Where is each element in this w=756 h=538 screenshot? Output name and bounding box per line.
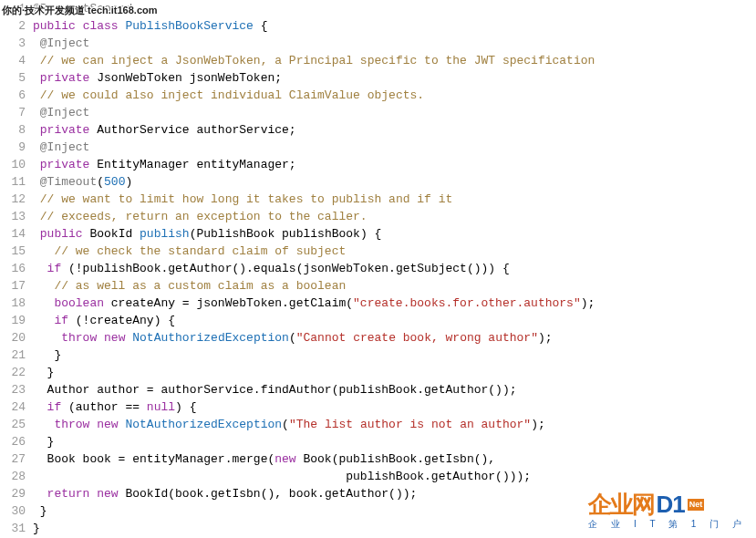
line-number: 11 — [0, 173, 33, 191]
line-content: @Inject — [33, 104, 756, 121]
line-number: 23 — [0, 381, 33, 398]
line-content: private JsonWebToken jsonWebToken; — [33, 69, 756, 87]
line-number: 24 — [0, 398, 33, 416]
line-number: 3 — [0, 35, 33, 52]
line-number: 12 — [0, 191, 33, 208]
line-number: 30 — [0, 502, 33, 520]
code-line: 22 } — [0, 364, 756, 381]
code-line: 12 // we want to limit how long it takes… — [0, 191, 756, 208]
line-content: public class PublishBookService { — [33, 17, 756, 35]
line-content: } — [33, 433, 756, 450]
line-content: private AuthorService authorService; — [33, 121, 756, 139]
code-line: 6 // we could also inject individual Cla… — [0, 87, 756, 104]
line-number: 4 — [0, 52, 33, 69]
line-content: private EntityManager entityManager; — [33, 156, 756, 173]
line-number: 13 — [0, 208, 33, 225]
line-number: 14 — [0, 225, 33, 243]
line-number: 28 — [0, 468, 33, 485]
code-line: 9 @Inject — [0, 139, 756, 156]
code-line: 16 if (!publishBook.getAuthor().equals(j… — [0, 260, 756, 277]
logo-net: Net — [688, 499, 705, 511]
code-line: 28 publishBook.getAuthor())); — [0, 468, 756, 485]
line-content: @Inject — [33, 35, 756, 52]
line-content: // we can inject a JsonWebToken, a Princ… — [33, 52, 756, 69]
line-content: Author author = authorService.findAuthor… — [33, 381, 756, 398]
logo-cn-text: 企业网 — [588, 496, 654, 513]
line-number: 27 — [0, 450, 33, 468]
line-content: @Inject — [33, 139, 756, 156]
line-content: // we could also inject individual Claim… — [33, 87, 756, 104]
line-content: publishBook.getAuthor())); — [33, 468, 756, 485]
line-number: 1 — [0, 0, 33, 17]
line-content: if (!createAny) { — [33, 312, 756, 329]
line-number: 6 — [0, 87, 33, 104]
line-number: 26 — [0, 433, 33, 450]
code-line: 13 // exceeds, return an exception to th… — [0, 208, 756, 225]
line-number: 9 — [0, 139, 33, 156]
line-number: 8 — [0, 121, 33, 139]
line-number: 15 — [0, 243, 33, 260]
line-content: // we check the standard claim of subjec… — [33, 243, 756, 260]
code-line: 18 boolean createAny = jsonWebToken.getC… — [0, 295, 756, 312]
code-line: 23 Author author = authorService.findAut… — [0, 381, 756, 398]
logo-subtitle: 企 业 I T 第 1 门 户 — [588, 515, 747, 533]
line-content: if (author == null) { — [33, 398, 756, 416]
line-content: public BookId publish(PublishBook publis… — [33, 225, 756, 243]
line-content: @Timeout(500) — [33, 173, 756, 191]
code-line: 7 @Inject — [0, 104, 756, 121]
line-number: 7 — [0, 104, 33, 121]
code-line: 3 @Inject — [0, 35, 756, 52]
line-content: throw new NotAuthorizedException("Cannot… — [33, 329, 756, 347]
line-number: 17 — [0, 277, 33, 295]
code-line: 4 // we can inject a JsonWebToken, a Pri… — [0, 52, 756, 69]
line-number: 21 — [0, 347, 33, 364]
bottom-right-logo: 企业网 D1 Net 企 业 I T 第 1 门 户 — [588, 496, 747, 533]
code-line: 26 } — [0, 433, 756, 450]
code-line: 15 // we check the standard claim of sub… — [0, 243, 756, 260]
line-number: 25 — [0, 416, 33, 433]
line-number: 31 — [0, 520, 33, 537]
line-content: } — [33, 347, 756, 364]
line-content: // as well as a custom claim as a boolea… — [33, 277, 756, 295]
code-line: 11 @Timeout(500) — [0, 173, 756, 191]
line-number: 19 — [0, 312, 33, 329]
code-block: 1@RequestScoped2public class PublishBook… — [0, 0, 756, 537]
code-line: 17 // as well as a custom claim as a boo… — [0, 277, 756, 295]
line-number: 18 — [0, 295, 33, 312]
code-line: 8 private AuthorService authorService; — [0, 121, 756, 139]
code-line: 1@RequestScoped — [0, 0, 756, 17]
logo-brand: D1 — [656, 496, 684, 513]
line-content: if (!publishBook.getAuthor().equals(json… — [33, 260, 756, 277]
code-line: 21 } — [0, 347, 756, 364]
code-line: 27 Book book = entityManager.merge(new B… — [0, 450, 756, 468]
line-number: 16 — [0, 260, 33, 277]
line-number: 29 — [0, 485, 33, 502]
line-number: 20 — [0, 329, 33, 347]
line-content: // exceeds, return an exception to the c… — [33, 208, 756, 225]
line-number: 2 — [0, 17, 33, 35]
line-number: 10 — [0, 156, 33, 173]
code-line: 24 if (author == null) { — [0, 398, 756, 416]
code-line: 19 if (!createAny) { — [0, 312, 756, 329]
code-line: 2public class PublishBookService { — [0, 17, 756, 35]
line-content: throw new NotAuthorizedException("The li… — [33, 416, 756, 433]
code-line: 20 throw new NotAuthorizedException("Can… — [0, 329, 756, 347]
line-content: @RequestScoped — [33, 0, 756, 17]
line-number: 22 — [0, 364, 33, 381]
line-content: Book book = entityManager.merge(new Book… — [33, 450, 756, 468]
line-number: 5 — [0, 69, 33, 87]
line-content: boolean createAny = jsonWebToken.getClai… — [33, 295, 756, 312]
line-content: // we want to limit how long it takes to… — [33, 191, 756, 208]
code-line: 14 public BookId publish(PublishBook pub… — [0, 225, 756, 243]
code-line: 10 private EntityManager entityManager; — [0, 156, 756, 173]
code-line: 5 private JsonWebToken jsonWebToken; — [0, 69, 756, 87]
code-line: 25 throw new NotAuthorizedException("The… — [0, 416, 756, 433]
line-content: } — [33, 364, 756, 381]
